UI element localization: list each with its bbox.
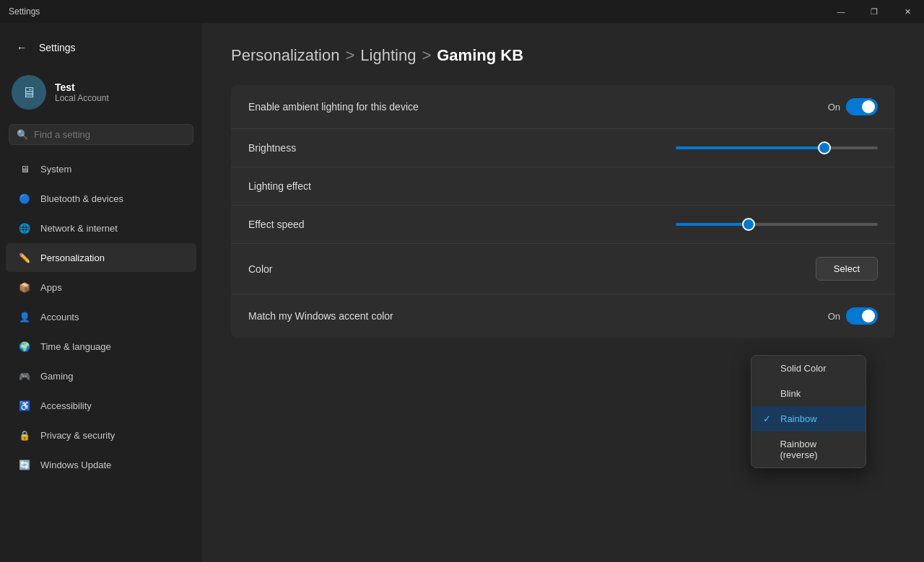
- nav-label-personalization: Personalization: [40, 253, 105, 263]
- lighting-effect-label: Lighting effect: [248, 180, 311, 192]
- sidebar-item-accounts[interactable]: 👤 Accounts: [6, 302, 196, 331]
- nav-icon-personalization: ✏️: [17, 250, 32, 265]
- dropdown-item-blink[interactable]: Blink: [751, 381, 866, 406]
- brightness-slider[interactable]: [676, 146, 878, 149]
- effect-speed-slider-wrapper: [676, 223, 878, 226]
- breadcrumb-part2: Lighting: [360, 46, 416, 65]
- nav-label-system: System: [40, 164, 71, 175]
- minimize-icon: —: [837, 7, 845, 16]
- user-info: Test Local Account: [55, 82, 109, 103]
- rainbow-check: ✓: [763, 413, 775, 424]
- sidebar-item-time[interactable]: 🌍 Time & language: [6, 332, 196, 361]
- effect-speed-label: Effect speed: [248, 219, 305, 230]
- title-bar-controls: — ❐ ✕: [824, 0, 924, 23]
- nav-icon-gaming: 🎮: [17, 369, 32, 383]
- avatar-icon: 🖥: [22, 84, 36, 101]
- nav-label-windows_update: Windows Update: [40, 460, 111, 470]
- search-box[interactable]: 🔍: [9, 124, 193, 145]
- nav-icon-bluetooth: 🔵: [17, 191, 32, 206]
- nav-icon-windows_update: 🔄: [17, 457, 32, 472]
- sidebar-item-windows_update[interactable]: 🔄 Windows Update: [6, 450, 196, 479]
- breadcrumb-part1: Personalization: [231, 46, 339, 65]
- search-input[interactable]: [34, 129, 186, 140]
- dropdown-label-blink: Blink: [780, 388, 801, 399]
- maximize-icon: ❐: [871, 7, 878, 17]
- nav-icon-accounts: 👤: [17, 309, 32, 324]
- nav-icon-apps: 📦: [17, 280, 32, 294]
- sidebar-nav: 🖥 System 🔵 Bluetooth & devices 🌐 Network…: [0, 154, 202, 480]
- sidebar-item-accessibility[interactable]: ♿ Accessibility: [6, 391, 196, 420]
- sidebar-item-gaming[interactable]: 🎮 Gaming: [6, 361, 196, 390]
- ambient-toggle-group: On: [828, 98, 878, 115]
- nav-label-apps: Apps: [40, 282, 62, 293]
- sidebar: ← Settings 🖥 Test Local Account 🔍 🖥 Syst…: [0, 23, 202, 562]
- avatar: 🖥: [12, 75, 46, 110]
- sidebar-title: Settings: [39, 42, 76, 53]
- breadcrumb-part3: Gaming KB: [437, 46, 523, 65]
- breadcrumb-sep2: >: [422, 46, 431, 65]
- nav-label-gaming: Gaming: [40, 371, 74, 382]
- dropdown-item-rainbow[interactable]: ✓ Rainbow: [751, 406, 866, 431]
- sidebar-item-apps[interactable]: 📦 Apps: [6, 273, 196, 302]
- title-bar: Settings — ❐ ✕: [0, 0, 924, 23]
- back-icon: ←: [17, 42, 27, 53]
- dropdown-label-rainbow: Rainbow: [780, 413, 817, 424]
- dropdown-label-solid: Solid Color: [780, 363, 827, 374]
- match-accent-toggle-group: On: [828, 307, 878, 325]
- match-accent-toggle[interactable]: [846, 307, 878, 325]
- user-section: 🖥 Test Local Account: [0, 69, 202, 121]
- ambient-toggle-label: On: [828, 102, 840, 113]
- breadcrumb: Personalization > Lighting > Gaming KB: [231, 46, 895, 65]
- match-accent-toggle-label: On: [828, 311, 840, 322]
- select-color-button[interactable]: Select: [816, 257, 878, 281]
- brightness-label: Brightness: [248, 142, 296, 154]
- sidebar-item-personalization[interactable]: ✏️ Personalization: [6, 243, 196, 272]
- brightness-row: Brightness: [231, 129, 895, 167]
- nav-icon-privacy: 🔒: [17, 428, 32, 442]
- search-icon: 🔍: [17, 129, 28, 140]
- lighting-effect-row: Lighting effect Solid Color Blink ✓ Rain…: [231, 167, 895, 206]
- nav-label-network: Network & internet: [40, 223, 118, 234]
- lighting-effect-dropdown[interactable]: Solid Color Blink ✓ Rainbow Rainbow (rev…: [751, 355, 866, 468]
- sidebar-item-privacy[interactable]: 🔒 Privacy & security: [6, 421, 196, 449]
- nav-label-bluetooth: Bluetooth & devices: [40, 193, 123, 204]
- nav-label-accounts: Accounts: [40, 312, 79, 322]
- breadcrumb-sep1: >: [345, 46, 354, 65]
- effect-speed-slider[interactable]: [676, 223, 878, 226]
- nav-icon-accessibility: ♿: [17, 398, 32, 413]
- sidebar-item-system[interactable]: 🖥 System: [6, 154, 196, 183]
- dropdown-item-solid[interactable]: Solid Color: [751, 356, 866, 381]
- dropdown-item-rainbow-reverse[interactable]: Rainbow (reverse): [751, 431, 866, 467]
- nav-icon-system: 🖥: [17, 162, 32, 176]
- title-bar-title: Settings: [9, 6, 40, 17]
- match-accent-label: Match my Windows accent color: [248, 310, 393, 322]
- sidebar-header: ← Settings: [0, 32, 202, 69]
- title-bar-left: Settings: [9, 6, 40, 17]
- back-button[interactable]: ←: [12, 38, 32, 58]
- settings-card: Enable ambient lighting for this device …: [231, 85, 895, 338]
- sidebar-item-bluetooth[interactable]: 🔵 Bluetooth & devices: [6, 184, 196, 213]
- sidebar-item-network[interactable]: 🌐 Network & internet: [6, 214, 196, 242]
- nav-icon-network: 🌐: [17, 221, 32, 235]
- user-type: Local Account: [55, 93, 109, 103]
- brightness-slider-wrapper: [676, 146, 878, 149]
- close-icon: ✕: [905, 7, 911, 17]
- ambient-lighting-row: Enable ambient lighting for this device …: [231, 85, 895, 129]
- main-content: Personalization > Lighting > Gaming KB E…: [202, 23, 924, 562]
- color-row: Color Select: [231, 244, 895, 294]
- ambient-label: Enable ambient lighting for this device: [248, 101, 419, 113]
- user-name: Test: [55, 82, 109, 93]
- dropdown-label-rainbow-reverse: Rainbow (reverse): [780, 439, 854, 460]
- app-body: ← Settings 🖥 Test Local Account 🔍 🖥 Syst…: [0, 23, 924, 562]
- effect-speed-row: Effect speed: [231, 206, 895, 244]
- color-label: Color: [248, 263, 272, 275]
- minimize-button[interactable]: —: [824, 0, 858, 23]
- nav-label-time: Time & language: [40, 341, 111, 352]
- match-accent-row: Match my Windows accent color On: [231, 294, 895, 338]
- ambient-toggle[interactable]: [846, 98, 878, 115]
- nav-label-privacy: Privacy & security: [40, 430, 115, 441]
- close-button[interactable]: ✕: [891, 0, 924, 23]
- nav-label-accessibility: Accessibility: [40, 400, 92, 411]
- maximize-button[interactable]: ❐: [858, 0, 891, 23]
- nav-icon-time: 🌍: [17, 339, 32, 354]
